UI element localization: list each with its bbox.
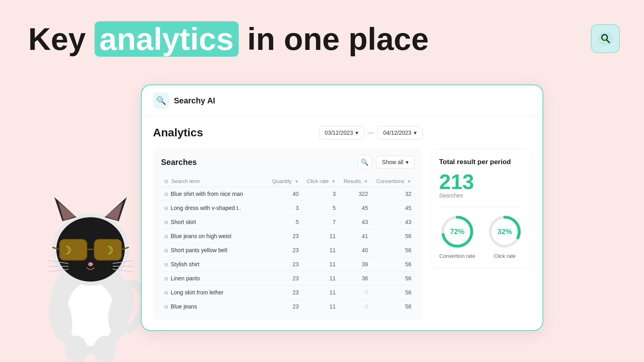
analytics-title: Analytics bbox=[153, 126, 203, 139]
term-col-icon: ⊞ bbox=[164, 179, 168, 184]
svg-point-26 bbox=[88, 262, 93, 266]
hero-highlight: analytics bbox=[95, 21, 239, 57]
quantity-cell: 23 bbox=[268, 257, 302, 272]
conversions-cell: 56 bbox=[371, 257, 415, 272]
hero-heading: Key analytics in one place bbox=[28, 22, 429, 57]
stats-title: Total result per period bbox=[439, 158, 523, 167]
searches-header: Searches 🔍 Show all ▾ bbox=[161, 155, 415, 169]
conversion-donut: 72% bbox=[439, 214, 475, 250]
quantity-cell: 23 bbox=[268, 272, 302, 286]
table-row: ⊞Short pants yellow belt23114056 bbox=[161, 243, 415, 257]
conversions-cell: 56 bbox=[371, 286, 415, 300]
chevron-down-icon: ▾ bbox=[355, 130, 358, 136]
results-cell: 45 bbox=[339, 201, 371, 215]
col-results: Results ▼ bbox=[339, 176, 371, 187]
search-button[interactable]: 🔍 bbox=[357, 155, 372, 169]
right-panel: Total result per period 213 Searches 72% bbox=[431, 126, 531, 321]
analytics-area: Analytics 03/12/2023 ▾ — 04/12/2023 ▾ S bbox=[142, 116, 543, 330]
conversions-cell: 56 bbox=[371, 272, 415, 286]
col-quantity: Quantity ▼ bbox=[268, 176, 302, 187]
table-row: ⊞Blue shirt with from nice man40332232 bbox=[161, 187, 415, 201]
date-separator: — bbox=[367, 129, 374, 136]
analytics-title-row: Analytics 03/12/2023 ▾ — 04/12/2023 ▾ bbox=[153, 126, 423, 140]
quantity-cell: 40 bbox=[268, 187, 302, 201]
click-rate-cell: 11 bbox=[302, 286, 339, 300]
click-rate-cell: 11 bbox=[302, 229, 339, 243]
hero-pre-text: Key bbox=[28, 21, 95, 57]
hero-post-text: in one place bbox=[239, 21, 429, 57]
app-name: Searchy AI bbox=[174, 96, 215, 105]
filter-icon-conv: ▼ bbox=[407, 179, 411, 184]
date-end-value: 04/12/2023 bbox=[383, 130, 411, 136]
app-logo: 🔍 bbox=[153, 93, 169, 109]
quantity-cell: 23 bbox=[268, 300, 302, 314]
table-row: ⊞Blue jeans2311056 bbox=[161, 300, 415, 314]
svg-text:☽: ☽ bbox=[62, 244, 72, 257]
table-row: ⊞Long dress with v-shaped t..354545 bbox=[161, 201, 415, 215]
click-rate-cell: 7 bbox=[302, 215, 339, 229]
quantity-cell: 23 bbox=[268, 229, 302, 243]
conversions-cell: 45 bbox=[371, 201, 415, 215]
click-rate-value: 32% bbox=[497, 228, 512, 236]
searches-controls: 🔍 Show all ▾ bbox=[357, 155, 415, 169]
term-cell: ⊞Short skirt bbox=[161, 215, 268, 229]
term-cell: ⊞Blue jeans on high weist bbox=[161, 229, 268, 243]
stats-divider bbox=[439, 207, 523, 207]
results-cell: 36 bbox=[339, 272, 371, 286]
conversions-cell: 32 bbox=[371, 187, 415, 201]
conversions-cell: 56 bbox=[371, 300, 415, 314]
click-donut: 32% bbox=[487, 214, 523, 250]
filter-icon-cr: ▼ bbox=[331, 179, 336, 184]
stats-number: 213 bbox=[439, 171, 523, 192]
col-conversions: Convertions ▼ bbox=[371, 176, 415, 187]
left-panel: Analytics 03/12/2023 ▾ — 04/12/2023 ▾ S bbox=[153, 126, 423, 321]
date-end-button[interactable]: 04/12/2023 ▾ bbox=[377, 126, 423, 140]
date-start-value: 03/12/2023 bbox=[325, 130, 353, 136]
dashboard-card: 🔍 Searchy AI Analytics 03/12/2023 ▾ — 04… bbox=[141, 84, 543, 331]
conversions-cell: 56 bbox=[371, 243, 415, 257]
searches-table: ⊞ Search term Quantity ▼ Click rate ▼ bbox=[161, 176, 415, 313]
click-rate-cell: 11 bbox=[302, 272, 339, 286]
search-app-icon bbox=[597, 31, 613, 47]
filter-icon-res: ▼ bbox=[364, 179, 368, 184]
stats-label: Searches bbox=[439, 192, 523, 199]
results-cell: 0 bbox=[339, 286, 371, 300]
show-all-label: Show all bbox=[382, 159, 403, 165]
cat-illustration: ☽ ☽ bbox=[32, 169, 149, 362]
results-cell: 43 bbox=[339, 215, 371, 229]
table-row: ⊞Blue jeans on high weist23114156 bbox=[161, 229, 415, 243]
click-rate-label: Click rate bbox=[494, 253, 516, 259]
date-start-button[interactable]: 03/12/2023 ▾ bbox=[319, 126, 364, 140]
results-cell: 0 bbox=[339, 300, 371, 314]
col-click-rate: Click rate ▼ bbox=[302, 176, 339, 187]
term-cell: ⊞Linen pants bbox=[161, 272, 268, 286]
date-range: 03/12/2023 ▾ — 04/12/2023 ▾ bbox=[319, 126, 423, 140]
app-icon-corner bbox=[591, 24, 620, 53]
conversion-rate-value: 72% bbox=[450, 228, 464, 236]
conversions-cell: 56 bbox=[371, 229, 415, 243]
term-cell: ⊞Short pants yellow belt bbox=[161, 243, 268, 257]
term-cell: ⊞Stylish shirt bbox=[161, 257, 268, 272]
svg-point-4 bbox=[605, 38, 606, 40]
results-cell: 41 bbox=[339, 229, 371, 243]
svg-point-6 bbox=[66, 282, 115, 346]
results-cell: 39 bbox=[339, 257, 371, 272]
quantity-cell: 23 bbox=[268, 286, 302, 300]
table-row: ⊞Long skirt from lether2311056 bbox=[161, 286, 415, 300]
show-all-button[interactable]: Show all ▾ bbox=[376, 156, 415, 169]
chevron-down-icon-showall: ▾ bbox=[406, 159, 409, 165]
click-rate-cell: 5 bbox=[302, 201, 339, 215]
quantity-cell: 5 bbox=[268, 215, 302, 229]
table-row: ⊞Stylish shirt23113956 bbox=[161, 257, 415, 272]
searches-card: Searches 🔍 Show all ▾ bbox=[153, 148, 423, 321]
conversion-rate-label: Convertion rate bbox=[440, 253, 475, 259]
results-cell: 40 bbox=[339, 243, 371, 257]
click-rate-cell: 3 bbox=[302, 187, 339, 201]
table-body: ⊞Blue shirt with from nice man40332232⊞L… bbox=[161, 187, 415, 314]
term-cell: ⊞Long skirt from lether bbox=[161, 286, 268, 300]
col-term: ⊞ Search term bbox=[161, 176, 268, 187]
stats-card: Total result per period 213 Searches 72% bbox=[431, 148, 531, 268]
conversions-cell: 43 bbox=[371, 215, 415, 229]
chevron-down-icon-end: ▾ bbox=[414, 130, 417, 136]
search-icon: 🔍 bbox=[361, 158, 369, 166]
